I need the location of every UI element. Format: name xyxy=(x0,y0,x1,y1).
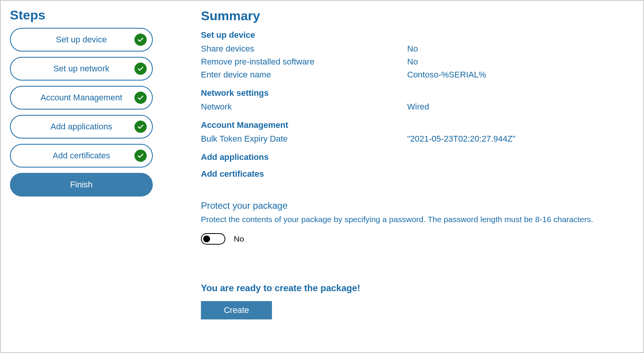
section-heading-add-applications: Add applications xyxy=(201,152,634,162)
step-label: Set up device xyxy=(56,35,107,45)
summary-row: Network Wired xyxy=(201,100,634,113)
summary-row: Bulk Token Expiry Date "2021-05-23T02:20… xyxy=(201,132,634,145)
summary-row: Share devices No xyxy=(201,42,634,55)
section-heading-network-settings: Network settings xyxy=(201,88,634,98)
section-heading-add-certificates: Add certificates xyxy=(201,169,634,179)
summary-key: Bulk Token Expiry Date xyxy=(201,132,407,145)
step-set-up-device[interactable]: Set up device xyxy=(10,28,153,52)
protect-toggle-row: No xyxy=(201,233,634,245)
summary-value: Wired xyxy=(407,100,634,113)
provisioning-wizard-window: Steps Set up device Set up network Accou… xyxy=(0,0,644,353)
summary-row: Enter device name Contoso-%SERIAL% xyxy=(201,68,634,81)
summary-key: Enter device name xyxy=(201,68,407,81)
step-set-up-network[interactable]: Set up network xyxy=(10,57,153,81)
step-add-certificates[interactable]: Add certificates xyxy=(10,144,153,168)
summary-row: Remove pre-installed software No xyxy=(201,55,634,68)
summary-key: Network xyxy=(201,100,407,113)
create-button-label: Create xyxy=(224,305,249,315)
toggle-knob xyxy=(203,235,210,242)
steps-panel: Steps Set up device Set up network Accou… xyxy=(10,8,167,343)
step-label: Finish xyxy=(70,180,93,190)
summary-value: Contoso-%SERIAL% xyxy=(407,68,634,81)
step-label: Set up network xyxy=(53,64,110,74)
summary-value: "2021-05-23T02:20:27.944Z" xyxy=(407,132,634,145)
protect-description: Protect the contents of your package by … xyxy=(201,215,634,224)
step-finish[interactable]: Finish xyxy=(10,173,153,197)
checkmark-icon xyxy=(134,92,147,104)
checkmark-icon xyxy=(134,34,147,46)
steps-title: Steps xyxy=(10,8,167,23)
summary-value: No xyxy=(407,55,634,68)
summary-key: Remove pre-installed software xyxy=(201,55,407,68)
summary-panel: Summary Set up device Share devices No R… xyxy=(167,8,634,343)
step-label: Account Management xyxy=(40,93,122,103)
protect-heading: Protect your package xyxy=(201,200,634,211)
checkmark-icon xyxy=(134,121,147,133)
section-heading-set-up-device: Set up device xyxy=(201,30,634,40)
summary-value: No xyxy=(407,42,634,55)
step-label: Add applications xyxy=(50,122,112,132)
protect-toggle[interactable] xyxy=(201,233,225,245)
ready-message: You are ready to create the package! xyxy=(201,283,634,293)
step-label: Add certificates xyxy=(53,151,110,161)
checkmark-icon xyxy=(134,63,147,75)
summary-key: Share devices xyxy=(201,42,407,55)
section-heading-account-management: Account Management xyxy=(201,120,634,130)
step-add-applications[interactable]: Add applications xyxy=(10,115,153,139)
protect-package-section: Protect your package Protect the content… xyxy=(201,200,634,245)
create-button[interactable]: Create xyxy=(201,301,272,319)
checkmark-icon xyxy=(134,150,147,162)
step-account-management[interactable]: Account Management xyxy=(10,86,153,110)
summary-title: Summary xyxy=(201,8,634,23)
protect-toggle-label: No xyxy=(234,234,244,243)
